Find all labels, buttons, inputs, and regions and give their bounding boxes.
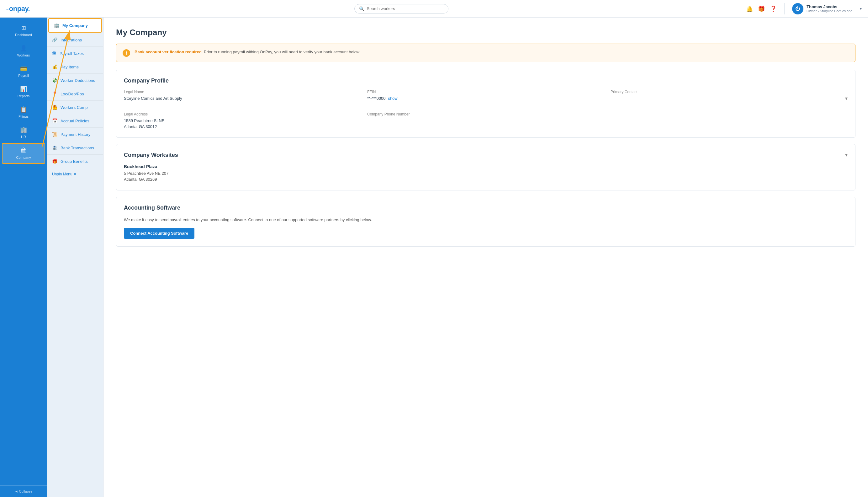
user-details: Thomas Jacobs Owner • Storyline Comics a…: [807, 4, 857, 13]
submenu-label-worker-deductions: Worker Deductions: [60, 78, 95, 83]
sidebar-label-dashboard: Dashboard: [15, 33, 32, 37]
sidebar-label-reports: Reports: [17, 94, 30, 98]
sidebar-nav: ⊞ Dashboard 👤 Workers 💳 Payroll 📊 Report…: [0, 17, 47, 485]
accounting-software-section: Accounting Software We make it easy to s…: [116, 197, 855, 247]
my-company-icon: 🏢: [54, 23, 59, 28]
worksites-expand-icon[interactable]: ▾: [845, 152, 848, 158]
legal-address-field: Legal Address 1589 Peachtree St NE Atlan…: [124, 112, 361, 130]
user-menu[interactable]: ⏻ Thomas Jacobs Owner • Storyline Comics…: [792, 3, 862, 14]
user-name: Thomas Jacobs: [807, 4, 857, 9]
alert-icon: !: [122, 49, 130, 57]
submenu-label-group-benefits: Group Benefits: [60, 159, 88, 164]
integrations-icon: 🔗: [52, 37, 57, 42]
sidebar-item-payroll[interactable]: 💳 Payroll: [2, 61, 45, 81]
worker-deductions-icon: 💸: [52, 78, 57, 83]
legal-name-label: Legal Name: [124, 90, 361, 94]
primary-contact-expand-icon[interactable]: ▾: [845, 95, 848, 101]
sidebar-item-filings[interactable]: 📋 Filings: [2, 102, 45, 122]
unpin-menu-button[interactable]: Unpin Menu ✕: [47, 168, 103, 180]
reports-icon: 📊: [20, 86, 27, 93]
legal-name-field: Legal Name Storyline Comics and Art Supp…: [124, 90, 361, 102]
sidebar-label-company: Company: [16, 156, 31, 159]
fein-show-link[interactable]: show: [388, 96, 397, 101]
company-profile-title: Company Profile: [124, 77, 848, 84]
accounting-software-title: Accounting Software: [124, 204, 848, 211]
dashboard-icon: ⊞: [21, 25, 26, 31]
main-content: My Company ! Bank account verification r…: [103, 17, 868, 497]
notification-icon[interactable]: 🔔: [746, 5, 753, 12]
submenu-item-worker-deductions[interactable]: 💸 Worker Deductions: [47, 74, 103, 87]
submenu-item-loc-dep-pos[interactable]: 📍 Loc/Dep/Pos: [47, 87, 103, 101]
alert-body-text: Prior to running payroll withing OnPay, …: [204, 49, 360, 54]
submenu-label-bank-transactions: Bank Transactions: [60, 146, 94, 150]
submenu-item-payment-history[interactable]: 📜 Payment History: [47, 128, 103, 141]
worksites-header-row: Company Worksites ▾: [124, 152, 848, 164]
company-submenu: 🏢 My Company 🔗 Integrations 🏛 Payroll Ta…: [47, 17, 103, 497]
unpin-menu-label: Unpin Menu ✕: [52, 172, 76, 176]
sidebar-item-reports[interactable]: 📊 Reports: [2, 82, 45, 102]
fein-label: FEIN: [367, 90, 604, 94]
primary-contact-field: Primary Contact ▾: [610, 90, 848, 102]
sidebar-item-dashboard[interactable]: ⊞ Dashboard: [2, 21, 45, 41]
submenu-label-integrations: Integrations: [60, 38, 82, 42]
submenu-label-loc-dep-pos: Loc/Dep/Pos: [60, 91, 84, 96]
submenu-item-workers-comp[interactable]: 🦺 Workers Comp: [47, 101, 103, 114]
submenu-item-accrual-policies[interactable]: 📅 Accrual Policies: [47, 114, 103, 128]
accounting-software-description: We make it easy to send payroll entries …: [124, 217, 848, 223]
submenu-item-my-company[interactable]: 🏢 My Company: [48, 18, 102, 33]
company-phone-field: Company Phone Number: [367, 112, 604, 130]
alert-banner: ! Bank account verification required. Pr…: [116, 44, 855, 62]
sidebar-item-workers[interactable]: 👤 Workers: [2, 41, 45, 61]
sidebar-item-company[interactable]: 🏛 Company: [2, 143, 45, 164]
sidebar: ⊞ Dashboard 👤 Workers 💳 Payroll 📊 Report…: [0, 17, 47, 497]
company-phone-label: Company Phone Number: [367, 112, 604, 116]
legal-name-value: Storyline Comics and Art Supply: [124, 95, 361, 102]
workers-comp-icon: 🦺: [52, 105, 57, 110]
user-role: Owner • Storyline Comics and Art Sup...: [807, 9, 857, 13]
worksite-name: Buckhead Plaza: [124, 164, 848, 169]
payroll-taxes-icon: 🏛: [52, 51, 56, 56]
sidebar-label-filings: Filings: [18, 115, 29, 118]
search-box[interactable]: 🔍: [354, 4, 448, 14]
filings-icon: 📋: [20, 106, 27, 113]
legal-address-label: Legal Address: [124, 112, 361, 116]
worksite-address: 5 Peachtree Ave NE 207 Atlanta, GA 30269: [124, 170, 848, 183]
submenu-label-pay-items: Pay Items: [60, 65, 79, 69]
gift-icon[interactable]: 🎁: [758, 5, 765, 12]
submenu-item-group-benefits[interactable]: 🎁 Group Benefits: [47, 155, 103, 168]
sidebar-collapse-button[interactable]: ◄ Collapse: [0, 485, 47, 497]
avatar: ⏻: [792, 3, 804, 14]
payroll-icon: 💳: [20, 65, 27, 72]
submenu-label-my-company: My Company: [62, 23, 88, 28]
legal-address-value: 1589 Peachtree St NE Atlanta, GA 30012: [124, 118, 361, 130]
chevron-down-icon: ▾: [860, 6, 862, 11]
bank-transactions-icon: 🏦: [52, 145, 57, 150]
logo: ···onpay.: [6, 5, 56, 13]
sidebar-item-hr[interactable]: 🏢 HR: [2, 123, 45, 142]
primary-contact-label: Primary Contact: [610, 90, 848, 94]
submenu-item-bank-transactions[interactable]: 🏦 Bank Transactions: [47, 141, 103, 155]
search-input[interactable]: [367, 6, 444, 11]
alert-strong-text: Bank account verification required.: [134, 49, 203, 54]
company-profile-section: Company Profile Legal Name Storyline Com…: [116, 70, 855, 138]
alert-text: Bank account verification required. Prio…: [134, 49, 360, 55]
page-title: My Company: [116, 28, 855, 37]
loc-dep-pos-icon: 📍: [52, 91, 57, 96]
connect-accounting-button[interactable]: Connect Accounting Software: [124, 228, 194, 239]
submenu-label-accrual-policies: Accrual Policies: [60, 118, 89, 123]
main-layout: ⊞ Dashboard 👤 Workers 💳 Payroll 📊 Report…: [0, 17, 868, 497]
sidebar-label-workers: Workers: [17, 53, 30, 57]
submenu-item-pay-items[interactable]: 💰 Pay Items: [47, 60, 103, 74]
accrual-policies-icon: 📅: [52, 118, 57, 123]
company-icon: 🏛: [21, 147, 26, 154]
avatar-icon: ⏻: [795, 6, 800, 12]
help-icon[interactable]: ❓: [770, 5, 777, 12]
top-header: ···onpay. 🔍 🔔 🎁 ❓ ⏻ Thomas Jacobs Owner …: [0, 0, 868, 17]
group-benefits-icon: 🎁: [52, 159, 57, 164]
company-profile-grid: Legal Name Storyline Comics and Art Supp…: [124, 90, 848, 102]
submenu-item-integrations[interactable]: 🔗 Integrations: [47, 33, 103, 47]
workers-icon: 👤: [20, 45, 27, 52]
submenu-item-payroll-taxes[interactable]: 🏛 Payroll Taxes: [47, 47, 103, 60]
sidebar-label-payroll: Payroll: [18, 74, 29, 77]
fein-field: FEIN **-***0000 show: [367, 90, 604, 102]
